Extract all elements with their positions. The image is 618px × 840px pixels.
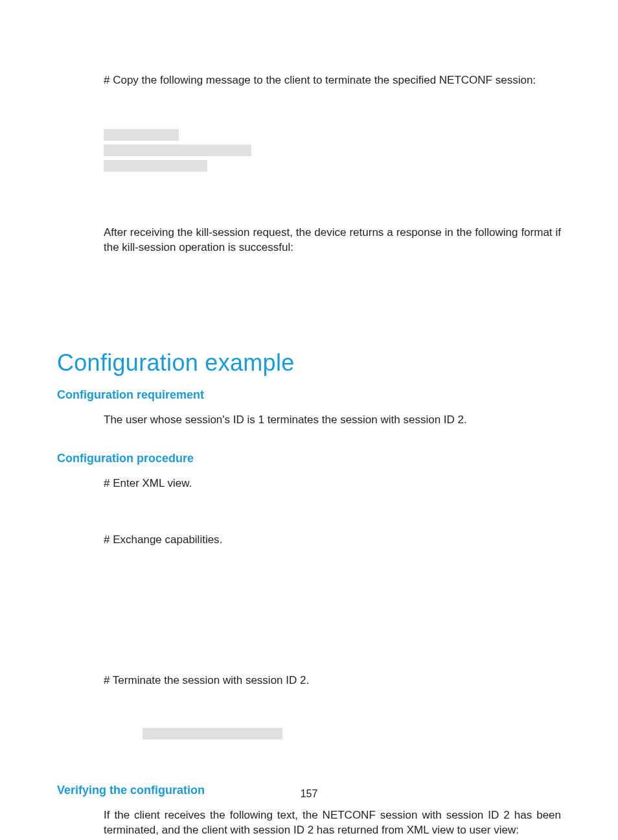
procedure-step-2: # Exchange capabilities. [104, 533, 561, 548]
config-requirement-text: The user whose session's ID is 1 termina… [104, 413, 561, 428]
page-number: 157 [0, 788, 618, 800]
subheading-config-requirement: Configuration requirement [57, 388, 561, 402]
subheading-config-procedure: Configuration procedure [57, 452, 561, 465]
code-block-redacted-2 [143, 728, 561, 740]
verifying-text: If the client receives the following tex… [104, 808, 561, 838]
procedure-step-1: # Enter XML view. [104, 476, 561, 491]
section-heading-config-example: Configuration example [57, 349, 561, 377]
intro-paragraph: # Copy the following message to the clie… [104, 73, 561, 88]
code-block-redacted [104, 129, 561, 172]
document-page: # Copy the following message to the clie… [0, 0, 618, 840]
after-kill-paragraph: After receiving the kill-session request… [104, 226, 561, 255]
procedure-step-3: # Terminate the session with session ID … [104, 673, 561, 688]
